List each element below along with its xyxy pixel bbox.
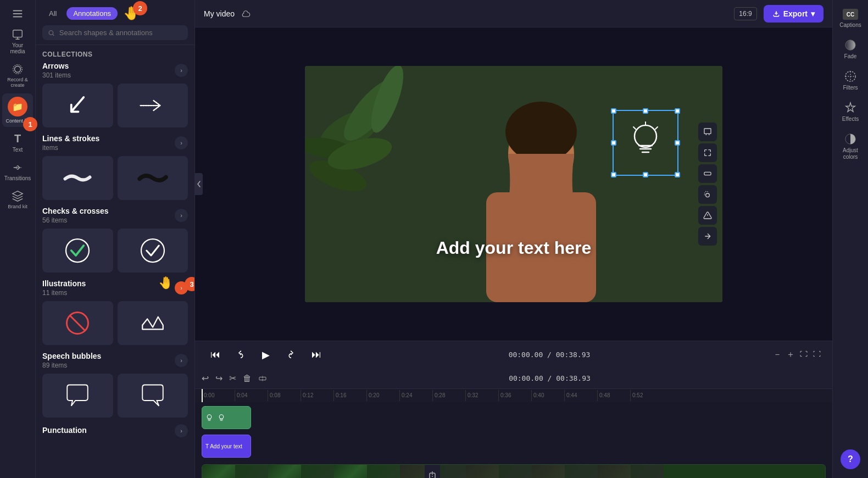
panel-toggle[interactable]: [195, 173, 203, 195]
speech-bubble-thumb-1[interactable]: [42, 374, 113, 418]
clip-thumbnail-strip: [202, 465, 825, 478]
text-clip[interactable]: T Add your text: [202, 435, 251, 458]
tool-send-back[interactable]: [698, 227, 717, 246]
sidebar-item-text[interactable]: T Text: [2, 129, 33, 156]
time-display-container: 00:00.00 / 00:38.93: [326, 351, 773, 359]
handle-top-right[interactable]: [675, 108, 680, 114]
arrows-chevron[interactable]: ›: [175, 64, 188, 77]
handle-bottom-mid[interactable]: [643, 172, 648, 177]
help-button[interactable]: ?: [841, 449, 860, 469]
effects-icon: [844, 102, 856, 114]
playhead: [202, 389, 203, 402]
search-input[interactable]: [59, 29, 182, 37]
cut-button[interactable]: ✂: [229, 373, 236, 383]
speech-bubbles-chevron[interactable]: ›: [175, 354, 188, 367]
right-sidebar: CC Captions Fade Filters Effects Adjust …: [832, 0, 868, 478]
sidebar-filters[interactable]: Filters: [835, 66, 866, 95]
arrow-right-outline-icon: [136, 89, 169, 122]
handle-top-left[interactable]: [611, 108, 616, 114]
sidebar-menu-button[interactable]: [2, 4, 33, 23]
shapes-scroll-area: Collections Arrows 301 items ›: [36, 45, 194, 478]
collection-arrows-header[interactable]: Arrows 301 items ›: [42, 62, 188, 79]
timeline-content: 0:00 0:04 0:08 0:12 0:16 0:20 0:24 0:28 …: [195, 389, 832, 478]
sidebar-item-transitions[interactable]: Transitions: [2, 158, 33, 185]
punctuation-chevron[interactable]: ›: [175, 424, 188, 437]
timeline-ruler: 0:00 0:04 0:08 0:12 0:16 0:20 0:24 0:28 …: [195, 389, 832, 402]
svg-point-37: [845, 40, 855, 50]
brush-stroke-white-icon: [61, 162, 94, 194]
line-thumb-2[interactable]: [118, 156, 188, 200]
handle-bottom-right[interactable]: [675, 172, 680, 177]
tab-all[interactable]: All: [42, 7, 63, 20]
illustration-thumb-2[interactable]: [118, 301, 188, 345]
collection-punctuation: Punctuation ›: [36, 424, 194, 448]
svg-rect-26: [704, 129, 711, 134]
zoom-out-button[interactable]: －: [773, 349, 782, 360]
sidebar-fade[interactable]: Fade: [835, 35, 866, 64]
sidebar-item-media[interactable]: Your media: [2, 25, 33, 58]
handle-bottom-left[interactable]: [611, 172, 616, 177]
collection-speech-bubbles-header[interactable]: Speech bubbles 89 items ›: [42, 352, 188, 369]
collection-lines-header[interactable]: Lines & strokes items ›: [42, 134, 188, 152]
sidebar-adjust-colors[interactable]: Adjust colors: [835, 129, 866, 165]
fit-button[interactable]: [799, 349, 808, 360]
fullscreen-button[interactable]: [813, 349, 821, 360]
annotation-clip[interactable]: [202, 406, 251, 429]
video-clip[interactable]: [202, 464, 826, 478]
handle-right-mid[interactable]: [675, 140, 680, 146]
playback-bar: ⏮ ▶ ⏭ 00:00.00 / 00:38.93 － ＋: [195, 341, 832, 368]
skip-forward-button[interactable]: ⏭: [307, 346, 326, 364]
sidebar-effects[interactable]: Effects: [835, 97, 866, 126]
clip-thumb-1: [202, 465, 235, 478]
collection-illustrations-header[interactable]: Illustrations 11 items › 🤚 3: [42, 279, 188, 297]
tool-animate[interactable]: [698, 164, 717, 183]
sidebar-item-content[interactable]: 📁 Content lib 1: [2, 93, 33, 127]
lines-chevron[interactable]: ›: [175, 136, 188, 149]
skip-back-button[interactable]: ⏮: [206, 346, 225, 364]
sidebar-item-record[interactable]: Record & create: [2, 60, 33, 91]
split-button[interactable]: [258, 374, 267, 383]
collection-punctuation-header[interactable]: Punctuation ›: [42, 424, 188, 437]
checks-chevron[interactable]: ›: [175, 209, 188, 222]
line-thumb-1[interactable]: [42, 156, 113, 200]
undo-button[interactable]: ↩: [202, 373, 209, 383]
clip-thumb-13: [598, 465, 631, 478]
collection-checks-header[interactable]: Checks & crosses 56 items ›: [42, 207, 188, 224]
check-thumb-2[interactable]: [118, 229, 188, 273]
step-badge-3: 3: [185, 277, 194, 291]
play-button[interactable]: ▶: [257, 346, 275, 364]
top-bar: My video 16:9 Export ▾: [195, 0, 832, 27]
export-button[interactable]: Export ▾: [764, 5, 824, 23]
captions-icon: CC: [843, 9, 858, 20]
lines-grid: [42, 156, 188, 200]
handle-left-mid[interactable]: [611, 140, 616, 146]
tool-rotate[interactable]: [698, 185, 717, 204]
illustrations-chevron[interactable]: › 🤚 3: [175, 281, 188, 294]
sidebar-captions[interactable]: CC Captions: [835, 4, 866, 32]
arrow-thumb-2[interactable]: [118, 84, 188, 127]
tool-warning[interactable]: [698, 206, 717, 225]
svg-point-9: [141, 239, 164, 262]
ratio-badge[interactable]: 16:9: [734, 7, 756, 20]
svg-line-11: [70, 316, 85, 331]
checkmark-circle-white-icon: [136, 234, 169, 267]
zoom-in-button[interactable]: ＋: [786, 349, 795, 360]
illustration-thumb-1[interactable]: [42, 301, 113, 345]
timeline-area: ↩ ↪ ✂ 🗑 00:00.00 / 00:38.93 0:00 0:04 0:…: [195, 368, 832, 478]
sidebar-item-brand[interactable]: Brand kit: [2, 187, 33, 213]
tool-resize[interactable]: [698, 143, 717, 162]
delete-button[interactable]: 🗑: [243, 374, 252, 383]
text-overlay[interactable]: Add your text here: [436, 238, 592, 258]
handle-top-mid[interactable]: [643, 108, 648, 114]
shapes-panel: All Annotations 🤚 2 Collections Arrows 3…: [36, 0, 195, 478]
arrow-thumb-1[interactable]: [42, 84, 113, 127]
tool-crop[interactable]: [698, 123, 717, 141]
redo-button[interactable]: ↪: [215, 373, 222, 383]
rewind-button[interactable]: [231, 346, 250, 364]
check-thumb-1[interactable]: [42, 229, 113, 273]
arrows-grid: [42, 84, 188, 127]
forward-button[interactable]: [282, 346, 301, 364]
speech-bubble-thumb-2[interactable]: [118, 374, 188, 418]
selected-annotation[interactable]: [613, 110, 678, 176]
tab-annotations[interactable]: Annotations: [66, 7, 118, 20]
